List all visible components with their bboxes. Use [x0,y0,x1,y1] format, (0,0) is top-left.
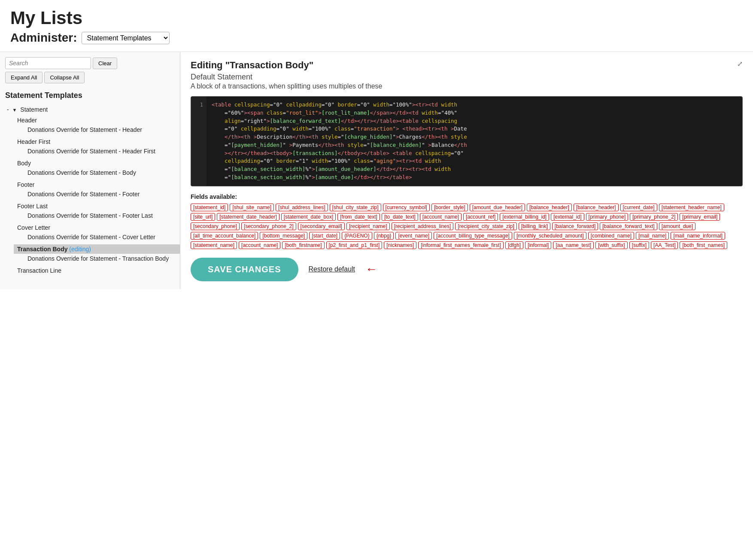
field-tag[interactable]: [statement_id] [191,204,228,211]
field-tag[interactable]: [both_first_names] [680,241,727,249]
main-layout: Clear Expand All Collapse All Statement … [0,52,753,289]
tree: - ▼ Statement Header Donations Override … [0,103,180,278]
field-tag[interactable]: [shul_address_lines] [276,204,328,211]
restore-default-link[interactable]: Restore default [309,265,355,273]
field-tag[interactable]: [nicknames] [384,241,416,249]
field-tag[interactable]: [secondary_phone_2] [241,222,296,230]
field-tag[interactable]: [combined_name] [588,232,634,240]
field-tag[interactable]: [amount_due] [659,222,695,230]
field-tag[interactable]: [external_billing_id] [500,213,549,221]
field-tag[interactable]: [recipient_address_lines] [392,222,454,230]
field-tag[interactable]: [monthly_scheduled_amount] [514,232,586,240]
sidebar-controls: Clear Expand All Collapse All [0,57,180,87]
expand-all-button[interactable]: Expand All [5,72,43,83]
field-tag[interactable]: [both_firstname] [282,241,324,249]
field-tag[interactable]: [mail_name_informal] [671,232,725,240]
editing-description: A block of a transactions, when splittin… [191,82,382,90]
field-tag[interactable]: [recipient_name] [346,222,390,230]
field-tag[interactable]: [balance_header] [574,204,619,211]
search-input[interactable] [5,57,91,69]
tree-label-donations-footer[interactable]: Donations Override for Statement - Foote… [24,189,180,199]
field-tag[interactable]: [account_ref] [463,213,498,221]
field-tag[interactable]: [event_name] [395,232,432,240]
content-panel: Editing "Transaction Body" Default State… [180,52,753,289]
field-tag[interactable]: [from_date_text] [337,213,380,221]
tree-children-footer-last: Donations Override for Statement - Foote… [14,211,180,220]
tree-label-donations-header[interactable]: Donations Override for Statement - Heade… [24,125,180,134]
tree-label-donations-body[interactable]: Donations Override for Statement - Body [24,168,180,177]
field-tag[interactable]: [start_date] [309,232,340,240]
field-tag[interactable]: [with_suffix] [595,241,627,249]
tree-children-body: Donations Override for Statement - Body [14,168,180,177]
tree-label-header[interactable]: Header [14,116,180,125]
field-tag[interactable]: {nbpg} [374,232,394,240]
field-tag[interactable]: [recipient_city_state_zip] [455,222,516,230]
field-tag[interactable]: [suffix] [629,241,649,249]
tree-label-transaction-body[interactable]: Transaction Body (editing) [14,244,180,254]
field-tag[interactable]: [balance_forward_text] [600,222,657,230]
field-tag[interactable]: [mail_name] [636,232,669,240]
field-tag[interactable]: [balance_header] [527,204,572,211]
tree-label-donations-cover-letter[interactable]: Donations Override for Statement - Cover… [24,232,180,242]
tree-label-footer-last[interactable]: Footer Last [14,201,180,211]
tree-item-transaction-line: Transaction Line [14,265,180,277]
page-title: My Lists [10,8,743,28]
field-tag[interactable]: [p2_first_and_p1_first] [326,241,383,249]
field-tag[interactable]: {PAGENO} [342,232,372,240]
save-changes-button[interactable]: SAVE CHANGES [191,258,298,281]
field-tag[interactable]: [shul_site_name] [230,204,274,211]
content-top-bar: Editing "Transaction Body" Default State… [191,60,743,96]
collapse-all-button[interactable]: Collapse All [44,72,85,83]
field-tag[interactable]: [border_style] [431,204,468,211]
field-tag[interactable]: [to_date_text] [382,213,418,221]
fields-section: Fields available: [statement_id][shul_si… [191,193,743,249]
field-tag[interactable]: [primary_phone_2] [630,213,678,221]
tree-label-statement[interactable]: - ▼ Statement [3,105,180,114]
field-tag[interactable]: [statement_date_header] [217,213,279,221]
field-tag[interactable]: [all_time_account_balance] [191,232,258,240]
field-tag[interactable]: [primary_phone] [586,213,629,221]
sidebar-section-title: Statement Templates [0,87,180,103]
code-editor[interactable]: 1 <table cellspacing="0" cellpadding="0"… [191,96,743,186]
field-tag[interactable]: [external_id] [551,213,584,221]
field-tag[interactable]: [account_name] [420,213,462,221]
field-tag[interactable]: [currency_symbol] [383,204,430,211]
field-tag[interactable]: [dfgh] [505,241,523,249]
field-tag[interactable]: [balance_forward] [552,222,598,230]
arrow-icon: ← [365,262,377,276]
expand-icon[interactable]: ⤢ [737,60,743,68]
tree-label-donations-footer-last[interactable]: Donations Override for Statement - Foote… [24,211,180,220]
field-tag[interactable]: [aa_name_test] [553,241,594,249]
field-tag[interactable]: [informal_first_names_female_first] [418,241,504,249]
tree-label-cover-letter[interactable]: Cover Letter [14,223,180,232]
tree-label-donations-header-first[interactable]: Donations Override for Statement - Heade… [24,146,180,156]
field-tag[interactable]: [account_billing_type_message] [434,232,512,240]
field-tag[interactable]: [secondary_email] [298,222,345,230]
tree-label-body[interactable]: Body [14,158,180,168]
field-tag[interactable]: [informal] [525,241,551,249]
tree-label-transaction-line[interactable]: Transaction Line [14,266,180,275]
field-tag[interactable]: [statement_header_name] [659,204,724,211]
code-content[interactable]: <table cellspacing="0" cellpadding="0" b… [206,97,742,186]
field-tag[interactable]: [billing_link] [519,222,550,230]
field-tag[interactable]: [current_date] [620,204,657,211]
tree-children-header-first: Donations Override for Statement - Heade… [14,146,180,156]
tree-label-donations-transaction-body[interactable]: Donations Override for Statement - Trans… [24,254,180,263]
field-tag[interactable]: [bottom_message] [260,232,307,240]
field-tag[interactable]: [shul_city_state_zip] [330,204,381,211]
field-tag[interactable]: [statement_name] [191,241,237,249]
administer-row: Administer: Statement TemplatesEmail Tem… [10,31,743,45]
tree-children-header: Donations Override for Statement - Heade… [14,125,180,134]
field-tag[interactable]: [statement_date_box] [281,213,336,221]
field-tag[interactable]: [secondary_phone] [191,222,240,230]
clear-button[interactable]: Clear [93,58,117,69]
tree-label-header-first[interactable]: Header First [14,137,180,146]
field-tag[interactable]: [amount_due_header] [470,204,525,211]
field-tag[interactable]: [account_name] [239,241,280,249]
field-tag[interactable]: [primary_email] [680,213,720,221]
administer-select[interactable]: Statement TemplatesEmail TemplatesLetter… [82,32,170,44]
expand-row: Expand All Collapse All [5,72,175,83]
tree-label-footer[interactable]: Footer [14,180,180,189]
field-tag[interactable]: [site_url] [191,213,215,221]
field-tag[interactable]: [AA_Test] [651,241,678,249]
